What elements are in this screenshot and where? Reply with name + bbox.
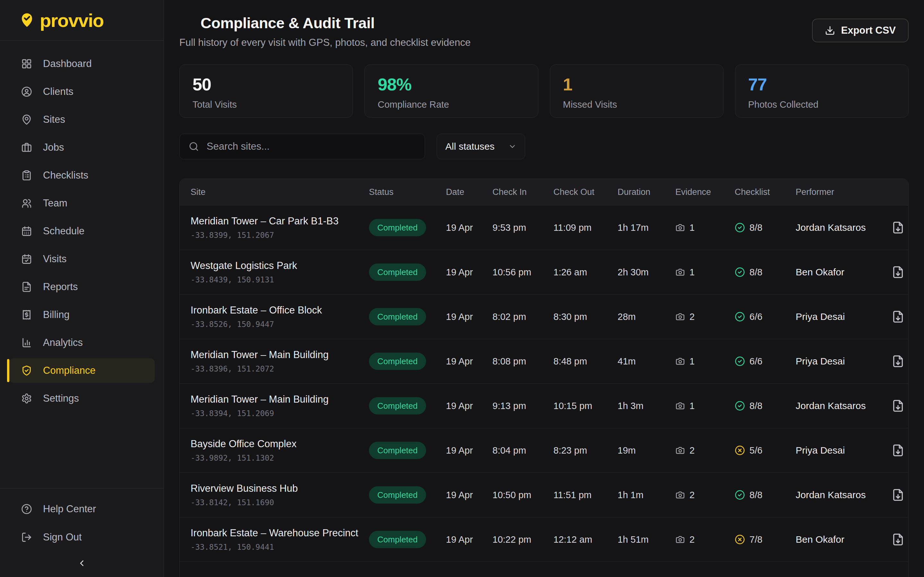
filters-row: All statuses <box>179 134 909 159</box>
check-in-cell: 10:56 pm <box>493 267 553 277</box>
users-icon <box>21 198 32 209</box>
sidebar-item-compliance[interactable]: Compliance <box>9 358 155 383</box>
sidebar-item-billing[interactable]: Billing <box>9 303 155 327</box>
sidebar-item-label: Compliance <box>43 365 95 376</box>
download-report-button[interactable] <box>892 400 905 412</box>
shield-check-icon <box>179 16 194 30</box>
column-header-duration: Duration <box>618 187 675 197</box>
sidebar-item-team[interactable]: Team <box>9 191 155 215</box>
shield-check-icon <box>21 365 32 376</box>
export-csv-button[interactable]: Export CSV <box>812 19 909 42</box>
checklist-score: 5/6 <box>750 445 762 456</box>
status-filter-select[interactable]: All statuses <box>437 134 525 159</box>
stat-label: Compliance Rate <box>378 99 525 110</box>
sidebar-item-visits[interactable]: Visits <box>9 247 155 271</box>
download-report-button[interactable] <box>892 444 905 457</box>
date-cell: 19 Apr <box>446 534 493 545</box>
stat-label: Photos Collected <box>748 99 895 110</box>
column-header-checklist: Checklist <box>735 187 796 197</box>
file-down-icon <box>892 533 905 546</box>
table-header-row: SiteStatusDateCheck InCheck OutDurationE… <box>180 179 908 205</box>
sidebar-item-schedule[interactable]: Schedule <box>9 219 155 243</box>
evidence-cell: 2 <box>675 445 735 456</box>
file-down-icon <box>892 444 905 457</box>
map-pin-icon <box>21 114 32 125</box>
date-cell: 19 Apr <box>446 490 493 500</box>
sidebar-item-label: Schedule <box>43 226 84 237</box>
sidebar-item-help-center[interactable]: Help Center <box>9 497 155 521</box>
visits-table: SiteStatusDateCheck InCheck OutDurationE… <box>179 179 909 577</box>
row-actions-cell <box>889 444 907 457</box>
photo-count: 2 <box>690 445 695 456</box>
chevron-down-icon <box>508 142 517 151</box>
duration-cell: 41m <box>618 356 675 367</box>
checklist-score: 8/8 <box>750 222 762 233</box>
camera-icon <box>675 401 685 411</box>
download-report-button[interactable] <box>892 221 905 234</box>
column-header-status: Status <box>369 187 446 197</box>
sidebar-collapse-button[interactable] <box>9 553 155 573</box>
download-report-button[interactable] <box>892 355 905 367</box>
site-cell: Ironbark Estate – Warehouse Precinct-33.… <box>180 527 369 552</box>
status-badge: Completed <box>369 397 426 414</box>
sidebar: provvio DashboardClientsSitesJobsCheckli… <box>0 0 164 577</box>
performer-cell: Priya Desai <box>796 445 889 456</box>
date-cell: 19 Apr <box>446 311 493 322</box>
site-gps-coords: -33.8439, 150.9131 <box>191 276 364 284</box>
check-out-cell: 11:09 pm <box>553 222 618 233</box>
download-icon <box>825 25 835 35</box>
sidebar-item-analytics[interactable]: Analytics <box>9 330 155 355</box>
stat-value: 1 <box>563 74 710 94</box>
evidence-cell: 1 <box>675 356 735 367</box>
brand-logo[interactable]: provvio <box>0 0 164 41</box>
sidebar-item-checklists[interactable]: Checklists <box>9 163 155 187</box>
checklist-cell: 8/8 <box>735 222 796 233</box>
sidebar-item-clients[interactable]: Clients <box>9 79 155 104</box>
check-in-cell: 10:50 pm <box>493 490 553 500</box>
table-body: Meridian Tower – Car Park B1-B3-33.8399,… <box>180 205 908 577</box>
circle-check-icon <box>735 401 745 411</box>
file-down-icon <box>892 266 905 279</box>
camera-icon <box>675 535 685 544</box>
sidebar-item-settings[interactable]: Settings <box>9 386 155 411</box>
search-input[interactable] <box>206 140 416 153</box>
sidebar-item-sign-out[interactable]: Sign Out <box>9 525 155 550</box>
download-report-button[interactable] <box>892 533 905 546</box>
duration-cell: 28m <box>618 311 675 322</box>
log-out-icon <box>21 532 32 543</box>
stat-value: 50 <box>192 74 340 94</box>
sidebar-item-jobs[interactable]: Jobs <box>9 135 155 160</box>
page-subtitle: Full history of every visit with GPS, ph… <box>179 37 471 48</box>
table-row: Westgate Logistics Park-33.8439, 150.913… <box>180 250 908 294</box>
checklist-score: 8/8 <box>750 401 762 411</box>
sidebar-item-sites[interactable]: Sites <box>9 107 155 132</box>
table-row: Meridian Tower – Main Building-33.8394, … <box>180 384 908 428</box>
export-csv-label: Export CSV <box>841 25 896 36</box>
site-cell: Meridian Tower – Main Building-33.8394, … <box>180 394 369 418</box>
sidebar-item-label: Settings <box>43 393 79 404</box>
sidebar-item-dashboard[interactable]: Dashboard <box>9 52 155 76</box>
column-header-site: Site <box>180 187 369 197</box>
sidebar-item-label: Clients <box>43 86 73 97</box>
check-out-cell: 8:30 pm <box>553 311 618 322</box>
stat-value: 98% <box>378 74 525 94</box>
sidebar-item-label: Help Center <box>43 503 96 515</box>
duration-cell: 19m <box>618 445 675 456</box>
check-in-cell: 8:02 pm <box>493 311 553 322</box>
checklist-score: 7/8 <box>750 534 762 545</box>
download-report-button[interactable] <box>892 488 905 501</box>
chevron-left-icon <box>77 558 87 568</box>
checklist-cell: 8/8 <box>735 267 796 277</box>
site-name: Ironbark Estate – Office Block <box>191 305 364 316</box>
download-report-button[interactable] <box>892 310 905 323</box>
site-name: Meridian Tower – Car Park B1-B3 <box>191 215 364 227</box>
sidebar-item-label: Billing <box>43 309 69 321</box>
status-badge: Completed <box>369 308 426 326</box>
download-report-button[interactable] <box>892 266 905 279</box>
status-cell: Completed <box>369 486 446 504</box>
table-row: Ironbark Estate – Warehouse Precinct <box>180 562 908 577</box>
site-gps-coords: -33.8394, 151.2069 <box>191 409 364 418</box>
sidebar-item-reports[interactable]: Reports <box>9 275 155 299</box>
site-gps-coords: -33.8526, 150.9447 <box>191 320 364 329</box>
sidebar-item-label: Reports <box>43 281 78 293</box>
